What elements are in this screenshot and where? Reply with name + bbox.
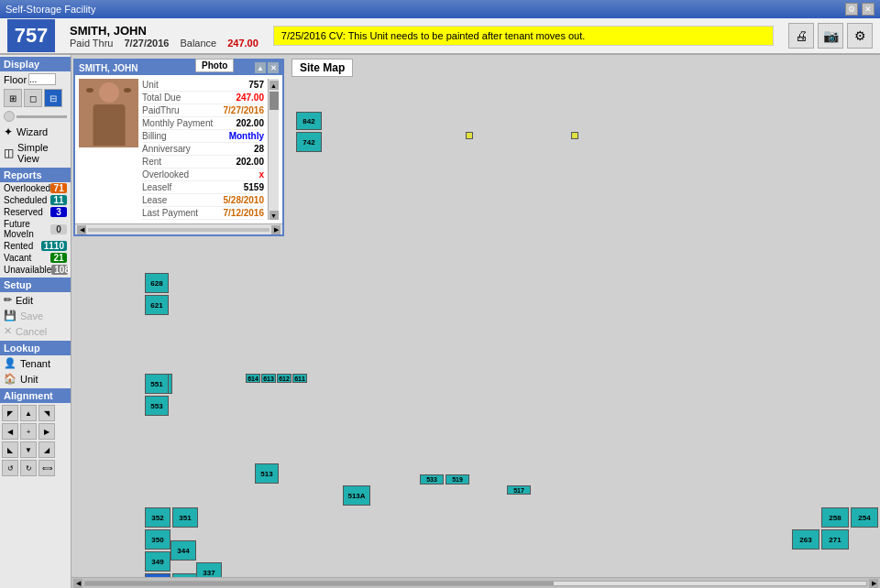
unit-271r[interactable]: 271 xyxy=(821,529,849,550)
display-section-title: Display xyxy=(0,57,71,71)
unit-352[interactable]: 352 xyxy=(145,507,170,528)
popup-content: Unit 757 Total Due 247.00 PaidThru 7/27/… xyxy=(75,75,282,223)
rotate-ccw[interactable]: ↺ xyxy=(2,460,18,476)
unit-513[interactable]: 513 xyxy=(255,463,279,484)
scroll-thumb[interactable] xyxy=(270,92,279,110)
sidebar-item-edit[interactable]: ✏ Edit xyxy=(0,292,71,308)
align-br[interactable]: ◢ xyxy=(38,441,55,458)
sidebar-item-unit[interactable]: 🏠 Unit xyxy=(0,371,71,387)
unit-263r[interactable]: 263 xyxy=(792,529,820,550)
align-tc[interactable]: ▲ xyxy=(20,405,37,421)
unit-612[interactable]: 612 xyxy=(277,374,292,383)
unit-842[interactable]: 842 xyxy=(296,112,322,130)
unit-517[interactable]: 517 xyxy=(507,485,531,495)
settings-icon[interactable]: ⚙ xyxy=(845,3,858,16)
print-icon[interactable]: 🖨 xyxy=(788,23,814,49)
report-vacant[interactable]: Vacant 21 xyxy=(0,252,71,264)
unit-551[interactable]: 551 xyxy=(145,374,169,394)
unit-533[interactable]: 533 xyxy=(420,474,444,485)
unit-349-spacer[interactable]: 349 xyxy=(145,551,170,572)
detail-total-due: Total Due 247.00 xyxy=(142,92,264,104)
unit-613[interactable]: 613 xyxy=(261,374,276,383)
align-bc[interactable]: ▼ xyxy=(20,441,37,458)
camera-icon[interactable]: 📷 xyxy=(818,23,843,49)
report-future-movein[interactable]: Future MoveIn 0 xyxy=(0,218,71,240)
indicator-1 xyxy=(466,132,473,139)
slider-track xyxy=(16,115,67,118)
popup-close[interactable]: ✕ xyxy=(268,62,279,73)
rotate-cw[interactable]: ↻ xyxy=(20,460,37,476)
unit-350[interactable]: 350 xyxy=(145,529,170,550)
unit-badge: 757 xyxy=(7,19,55,52)
align-mr[interactable]: ▶ xyxy=(38,423,55,440)
unit-628[interactable]: 628 xyxy=(145,273,169,293)
tenant-popup: SMITH, JOHN ▲ ✕ xyxy=(73,59,284,236)
unit-742[interactable]: 742 xyxy=(296,132,322,152)
wizard-label: Wizard xyxy=(16,126,48,137)
hscroll-map-thumb[interactable] xyxy=(85,582,554,585)
hscroll-map-right[interactable]: ▶ xyxy=(869,579,878,588)
align-ml[interactable]: ◀ xyxy=(2,423,18,440)
view-icon-2[interactable]: ◻ xyxy=(24,89,42,107)
close-icon[interactable]: ✕ xyxy=(862,3,874,16)
floor-input[interactable] xyxy=(28,73,56,85)
unit-258r[interactable]: 258 xyxy=(821,507,849,528)
unit-621[interactable]: 621 xyxy=(145,295,169,315)
popup-hscroll: ◀ ▶ xyxy=(75,223,282,234)
scroll-down-icon[interactable]: ▼ xyxy=(270,211,279,220)
view-toggle-row: ⊞ ◻ ⊟ xyxy=(0,87,71,109)
view-icon-1[interactable]: ⊞ xyxy=(4,89,22,107)
unit-519[interactable]: 519 xyxy=(446,474,469,485)
hscroll-right[interactable]: ▶ xyxy=(271,225,280,234)
title-bar: Self-Storage Facility ⚙ ✕ xyxy=(0,0,880,18)
future-movein-label: Future MoveIn xyxy=(4,219,50,239)
report-rented[interactable]: Rented 1110 xyxy=(0,240,71,252)
report-overlooked[interactable]: Overlooked 71 xyxy=(0,182,71,194)
sidebar-item-simple-view[interactable]: ◫ Simple View xyxy=(0,140,71,166)
detail-monthly: Monthly Payment 202.00 xyxy=(142,117,264,130)
unit-553[interactable]: 553 xyxy=(145,396,169,416)
hscroll-left[interactable]: ◀ xyxy=(77,225,86,234)
align-bl[interactable]: ◣ xyxy=(2,441,18,458)
slider-thumb[interactable] xyxy=(4,111,15,122)
alignment-icons: ◤ ▲ ◥ ◀ + ▶ ◣ ▼ ◢ ↺ ↻ ⟺ xyxy=(0,403,71,478)
detail-last-payment: Last Payment 7/12/2016 xyxy=(142,207,264,220)
detail-unit: Unit 757 xyxy=(142,79,264,92)
sidebar-item-save[interactable]: 💾 Save xyxy=(0,308,71,323)
popup-scroll-up[interactable]: ▲ xyxy=(255,62,266,73)
sidebar-item-wizard[interactable]: ✦ Wizard xyxy=(0,124,71,140)
rented-label: Rented xyxy=(4,241,33,251)
hscroll-map-left[interactable]: ◀ xyxy=(73,579,82,588)
alignment-section-title: Alignment xyxy=(0,388,71,403)
popup-tenant-name: SMITH, JOHN xyxy=(79,63,138,73)
align-mc[interactable]: + xyxy=(20,423,37,440)
wizard-icon: ✦ xyxy=(4,125,13,138)
align-tr[interactable]: ◥ xyxy=(38,405,55,421)
unit-513a[interactable]: 513A xyxy=(343,485,370,506)
detail-rent: Rent 202.00 xyxy=(142,156,264,169)
bottom-scrollbar: ◀ ▶ xyxy=(72,577,880,588)
unit-351[interactable]: 351 xyxy=(172,507,198,528)
edit-icon: ✏ xyxy=(4,294,12,306)
scroll-up-icon[interactable]: ▲ xyxy=(270,81,279,90)
report-unavailable[interactable]: Unavailable 108 xyxy=(0,264,71,276)
settings-header-icon[interactable]: ⚙ xyxy=(847,23,873,49)
indicator-2 xyxy=(571,132,578,139)
align-tl[interactable]: ◤ xyxy=(2,405,18,421)
view-icon-3[interactable]: ⊟ xyxy=(44,89,62,107)
tenant-name: SMITH, JOHN xyxy=(70,24,258,38)
unit-611[interactable]: 611 xyxy=(292,374,307,383)
unit-614[interactable]: 614 xyxy=(246,374,260,383)
balance-value: 247.00 xyxy=(227,38,258,49)
sidebar-item-tenant[interactable]: 👤 Tenant xyxy=(0,355,71,371)
popup-header: SMITH, JOHN ▲ ✕ xyxy=(75,60,282,75)
unit-254r[interactable]: 254 xyxy=(851,507,878,528)
report-reserved[interactable]: Reserved 3 xyxy=(0,206,71,218)
unit-344[interactable]: 344 xyxy=(170,540,196,561)
unavailable-badge: 108 xyxy=(51,265,68,275)
report-scheduled[interactable]: Scheduled 11 xyxy=(0,194,71,206)
flip-h[interactable]: ⟺ xyxy=(38,460,55,476)
paid-thru-value: 7/27/2016 xyxy=(125,38,170,49)
photo-tab[interactable]: Photo xyxy=(195,59,234,72)
sidebar-item-cancel[interactable]: ✕ Cancel xyxy=(0,323,71,339)
